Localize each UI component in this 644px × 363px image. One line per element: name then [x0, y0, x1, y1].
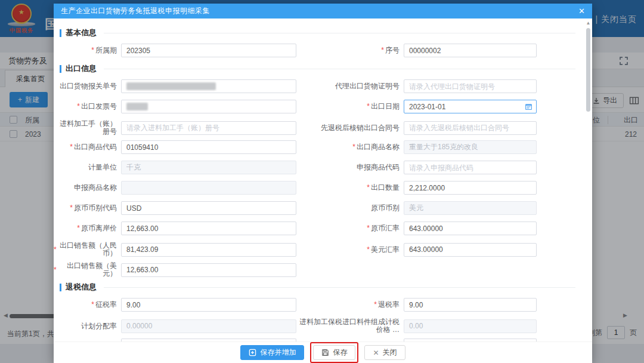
field-input-wrap	[121, 222, 296, 235]
field-text-input[interactable]	[121, 243, 296, 257]
field-input-wrap	[121, 319, 296, 333]
form-sections: 基本信息*所属期*序号出口信息出口货物报关单号代理出口货物证明号*出口发票号*出…	[54, 28, 592, 332]
form-row: *所属期*序号	[54, 44, 592, 57]
field-label: 出口货物报关单号	[54, 82, 121, 90]
field-text-input[interactable]	[404, 222, 537, 235]
field-label: *出口销售额（人民币）	[54, 242, 121, 257]
form-row: 进料加工手（账）册号先退税后核销出口合同号	[54, 120, 592, 134]
modal-footer: 保存并增加 保存 ✕ 关闭	[54, 342, 592, 363]
field-redacted-input[interactable]	[121, 79, 296, 93]
close-icon: ✕	[373, 349, 379, 357]
save-icon	[321, 349, 329, 356]
field-text-input[interactable]	[404, 44, 537, 57]
field-text-input[interactable]	[121, 121, 296, 135]
field-label: *出口商品代码	[54, 143, 121, 151]
field-label: 进料加工手（账）册号	[54, 120, 121, 136]
modal-scrollbar[interactable]: ▲	[586, 20, 591, 338]
section-basic-info: 基本信息*所属期*序号	[54, 28, 592, 57]
field-text-input[interactable]	[121, 263, 296, 277]
field-text-input[interactable]	[121, 140, 296, 154]
save-and-add-button[interactable]: 保存并增加	[240, 345, 304, 360]
field-label: 代理出口货物证明号	[296, 82, 404, 90]
field-label: *出口销售额（美元）	[54, 262, 121, 278]
required-asterisk: *	[374, 301, 377, 309]
field-text-input	[404, 140, 537, 154]
form-row: 出口货物报关单号代理出口货物证明号	[54, 79, 592, 93]
field-text-input	[121, 161, 296, 174]
field-label: *原币汇率	[296, 224, 404, 232]
field-input-wrap	[121, 44, 296, 57]
form-row: *出口销售额（美元）	[54, 262, 592, 276]
required-asterisk: *	[70, 143, 73, 151]
field-text-input	[404, 201, 537, 215]
field-label: *原币离岸价	[54, 224, 121, 232]
field-label: *征税率	[54, 301, 121, 309]
field-input-wrap	[121, 181, 296, 195]
field-date-input[interactable]	[404, 100, 537, 113]
field-label: 计划分配率	[54, 322, 121, 330]
field-text-input[interactable]	[404, 79, 537, 93]
redacted-value	[126, 103, 148, 110]
section-export-info: 出口信息出口货物报关单号代理出口货物证明号*出口发票号*出口日期进料加工手（账）…	[54, 64, 592, 276]
field-label: *序号	[296, 47, 404, 54]
section-accent-bar	[60, 284, 61, 291]
field-input-wrap	[404, 298, 537, 312]
field-text-input[interactable]	[121, 222, 296, 235]
field-text-input[interactable]	[121, 201, 296, 215]
required-asterisk: *	[77, 103, 80, 110]
section-refund-info: 退税信息*征税率*退税率计划分配率进料加工保税进口料件组成计税价格 …	[54, 282, 592, 332]
field-input-wrap	[404, 201, 537, 215]
form-row: *出口商品代码*出口商品名称	[54, 140, 592, 154]
form-row: *出口销售额（人民币）*美元汇率	[54, 242, 592, 256]
field-label: 申报商品代码	[296, 164, 404, 171]
form-row: 计划分配率进料加工保税进口料件组成计税价格 …	[54, 318, 592, 332]
field-label: *出口日期	[296, 103, 404, 110]
field-input-wrap	[404, 44, 537, 57]
calendar-icon[interactable]	[525, 103, 532, 110]
section-title: 出口信息	[66, 63, 97, 74]
field-label: *所属期	[54, 47, 121, 54]
form-row: 申报商品名称*出口数量	[54, 181, 592, 195]
section-header: 基本信息	[60, 28, 575, 38]
modal-close-icon[interactable]: ✕	[578, 7, 585, 15]
field-label: *出口数量	[296, 184, 404, 192]
field-text-input	[121, 319, 296, 333]
field-input-wrap	[404, 181, 537, 195]
form-row: *原币离岸价*原币汇率	[54, 222, 592, 235]
field-input-wrap	[121, 79, 296, 93]
modal-body: 基本信息*所属期*序号出口信息出口货物报关单号代理出口货物证明号*出口发票号*出…	[54, 19, 592, 363]
field-text-input[interactable]	[121, 298, 296, 312]
close-button[interactable]: ✕ 关闭	[364, 345, 405, 360]
field-label: *出口商品名称	[296, 143, 404, 151]
form-row: *征税率*退税率	[54, 298, 592, 312]
required-asterisk: *	[367, 184, 370, 192]
save-button[interactable]: 保存	[313, 345, 355, 360]
required-asterisk: *	[70, 204, 73, 212]
required-asterisk: *	[54, 246, 57, 254]
section-header: 出口信息	[60, 64, 575, 73]
save-annotation-box: 保存	[310, 342, 358, 363]
field-text-input[interactable]	[404, 181, 537, 195]
modal-scroll-thumb[interactable]	[586, 28, 590, 112]
required-asterisk: *	[91, 301, 94, 309]
field-text-input[interactable]	[121, 44, 296, 57]
required-asterisk: *	[367, 224, 370, 232]
field-text-input[interactable]	[404, 298, 537, 312]
field-input-wrap	[404, 79, 537, 93]
required-asterisk: *	[352, 143, 355, 151]
field-input-wrap	[121, 121, 296, 135]
field-text-input[interactable]	[404, 121, 537, 135]
section-title: 基本信息	[66, 27, 97, 38]
scroll-up-arrow[interactable]: ▲	[586, 20, 591, 26]
field-input-wrap	[404, 121, 537, 135]
field-input-wrap	[404, 319, 537, 333]
field-redacted-input[interactable]	[121, 100, 296, 113]
section-divider	[104, 69, 575, 69]
field-label: 先退税后核销出口合同号	[296, 124, 404, 132]
required-asterisk: *	[381, 47, 384, 54]
form-row: *原币币别代码原币币别	[54, 201, 592, 215]
field-text-input[interactable]	[404, 243, 537, 257]
field-text-input[interactable]	[404, 161, 537, 174]
form-row: *出口发票号*出口日期	[54, 100, 592, 113]
field-input-wrap	[404, 243, 537, 257]
